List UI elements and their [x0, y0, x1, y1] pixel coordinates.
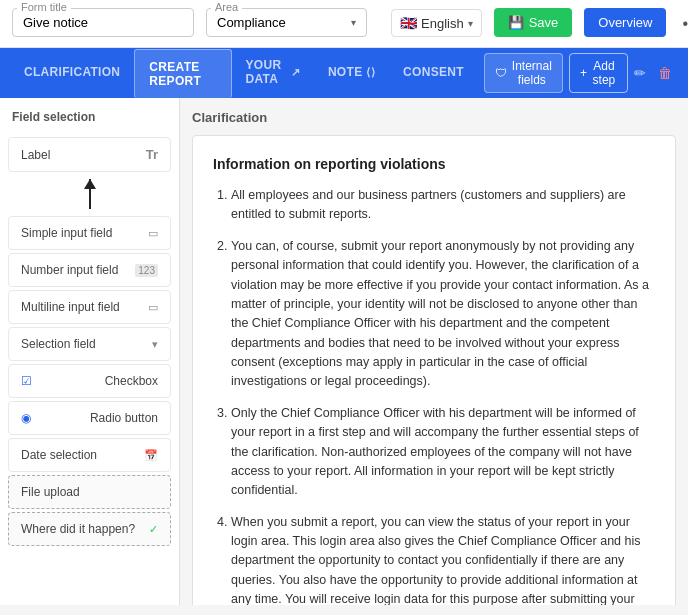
content-area: Clarification Information on reporting v…	[180, 98, 688, 605]
field-item-radio[interactable]: ◉ Radio button	[8, 401, 171, 435]
main-content: Field selection Label Tr Simple input fi…	[0, 98, 688, 605]
tab-note[interactable]: NOTE ⟨⟩	[314, 55, 389, 91]
field-item-multiline-input[interactable]: Multiline input field ▭	[8, 290, 171, 324]
list-item: You can, of course, submit your report a…	[231, 237, 655, 392]
edit-nav-button[interactable]: ✏	[628, 61, 652, 85]
language-label: English	[421, 16, 464, 31]
save-button[interactable]: 💾 Save	[494, 8, 573, 37]
area-select[interactable]: Compliance	[217, 15, 347, 30]
language-selector[interactable]: 🇬🇧 English ▾	[391, 9, 482, 37]
external-link-icon: ↗	[291, 66, 300, 79]
tab-your-data[interactable]: YOUR DATA ↗	[232, 48, 314, 98]
field-label-text: Label	[21, 148, 50, 162]
radio-icon: ◉	[21, 411, 31, 425]
form-title-label: Form title	[17, 1, 71, 13]
overview-button[interactable]: Overview	[584, 8, 666, 37]
field-item-checkbox[interactable]: ☑ Checkbox	[8, 364, 171, 398]
list-item: Only the Chief Compliance Officer with h…	[231, 404, 655, 501]
chevron-down-icon: ▾	[351, 17, 356, 28]
tab-consent[interactable]: CONSENT	[389, 55, 478, 91]
list-item: When you submit a report, you can view t…	[231, 513, 655, 605]
more-options-button[interactable]: •••	[678, 11, 688, 37]
field-sidebar: Field selection Label Tr Simple input fi…	[0, 98, 180, 605]
field-where-happened-label: Where did it happen?	[21, 522, 135, 536]
field-file-upload-label: File upload	[21, 485, 80, 499]
chevron-down-icon: ▾	[468, 18, 473, 29]
content-panel: Information on reporting violations All …	[192, 135, 676, 605]
content-section-title: Clarification	[192, 110, 676, 125]
sidebar-title: Field selection	[0, 110, 179, 134]
form-title-input[interactable]	[23, 15, 183, 30]
flag-icon: 🇬🇧	[400, 15, 417, 31]
multiline-icon: ▭	[148, 301, 158, 314]
field-item-number-input[interactable]: Number input field 123	[8, 253, 171, 287]
field-item-selection[interactable]: Selection field ▾	[8, 327, 171, 361]
nav-tabs: CLARIFICATION CREATE REPORT YOUR DATA ↗ …	[0, 48, 688, 98]
dropdown-icon: ▾	[152, 338, 158, 351]
up-arrow-icon	[89, 179, 91, 209]
tab-clarification[interactable]: CLARIFICATION	[10, 55, 134, 91]
field-item-label[interactable]: Label Tr	[8, 137, 171, 172]
field-item-file-upload[interactable]: File upload	[8, 475, 171, 509]
delete-nav-button[interactable]: 🗑	[652, 61, 678, 85]
field-item-simple-input[interactable]: Simple input field ▭	[8, 216, 171, 250]
text-format-icon: Tr	[146, 147, 158, 162]
arrow-indicator	[0, 175, 179, 213]
input-icon: ▭	[148, 227, 158, 240]
list-item: All employees and our business partners …	[231, 186, 655, 225]
save-icon: 💾	[508, 15, 524, 30]
field-radio-label: Radio button	[90, 411, 158, 425]
checkbox-icon: ☑	[21, 374, 32, 388]
clarification-list: All employees and our business partners …	[213, 186, 655, 605]
field-item-where-happened[interactable]: Where did it happen? ✓	[8, 512, 171, 546]
field-selection-label: Selection field	[21, 337, 96, 351]
panel-heading: Information on reporting violations	[213, 156, 655, 172]
field-number-input-label: Number input field	[21, 263, 118, 277]
link-icon: ⟨⟩	[366, 66, 375, 79]
form-header: Form title Area Compliance ▾ 🇬🇧 English …	[0, 0, 688, 48]
field-checkbox-label: Checkbox	[105, 374, 158, 388]
add-step-button[interactable]: + Add step	[569, 53, 628, 93]
calendar-icon: 📅	[144, 449, 158, 462]
shield-icon: 🛡	[495, 66, 507, 80]
form-title-field: Form title	[12, 8, 194, 37]
field-simple-input-label: Simple input field	[21, 226, 112, 240]
save-label: Save	[529, 15, 559, 30]
field-multiline-label: Multiline input field	[21, 300, 120, 314]
tab-create-report[interactable]: CREATE REPORT	[134, 49, 231, 98]
number-icon: 123	[135, 264, 158, 277]
field-item-date[interactable]: Date selection 📅	[8, 438, 171, 472]
field-date-label: Date selection	[21, 448, 97, 462]
area-label: Area	[211, 1, 242, 13]
area-field: Area Compliance ▾	[206, 8, 367, 37]
check-icon: ✓	[149, 523, 158, 536]
plus-icon: +	[580, 66, 587, 80]
internal-fields-button[interactable]: 🛡 Internal fields	[484, 53, 563, 93]
